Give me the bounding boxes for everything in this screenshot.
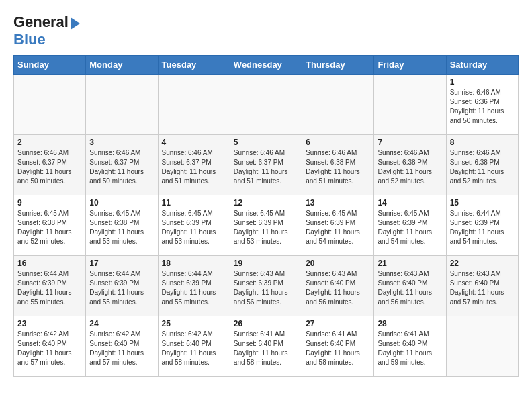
day-number: 20	[306, 259, 370, 268]
calendar-day: 22Sunrise: 6:43 AM Sunset: 6:40 PM Dayli…	[446, 256, 518, 316]
day-info: Sunrise: 6:45 AM Sunset: 6:39 PM Dayligh…	[378, 209, 442, 246]
calendar-day: 1Sunrise: 6:46 AM Sunset: 6:36 PM Daylig…	[446, 75, 518, 135]
weekday-header-saturday: Saturday	[446, 56, 518, 75]
calendar-week-2: 2Sunrise: 6:46 AM Sunset: 6:37 PM Daylig…	[14, 135, 519, 195]
day-info: Sunrise: 6:45 AM Sunset: 6:39 PM Dayligh…	[234, 209, 298, 246]
calendar-day: 21Sunrise: 6:43 AM Sunset: 6:40 PM Dayli…	[374, 256, 446, 316]
weekday-header-sunday: Sunday	[14, 56, 86, 75]
day-number: 5	[234, 138, 298, 147]
calendar-day	[302, 75, 374, 135]
day-info: Sunrise: 6:44 AM Sunset: 6:39 PM Dayligh…	[162, 269, 226, 307]
weekday-header-thursday: Thursday	[302, 56, 374, 75]
calendar-day: 27Sunrise: 6:41 AM Sunset: 6:40 PM Dayli…	[302, 316, 374, 377]
day-number: 4	[162, 138, 226, 147]
calendar-day: 13Sunrise: 6:45 AM Sunset: 6:39 PM Dayli…	[302, 195, 374, 256]
day-info: Sunrise: 6:45 AM Sunset: 6:38 PM Dayligh…	[89, 209, 154, 246]
calendar-day: 10Sunrise: 6:45 AM Sunset: 6:38 PM Dayli…	[86, 195, 158, 256]
calendar-day: 15Sunrise: 6:44 AM Sunset: 6:39 PM Dayli…	[446, 195, 518, 256]
day-info: Sunrise: 6:41 AM Sunset: 6:40 PM Dayligh…	[306, 330, 370, 367]
day-number: 21	[378, 259, 442, 268]
day-info: Sunrise: 6:42 AM Sunset: 6:40 PM Dayligh…	[89, 330, 154, 367]
day-info: Sunrise: 6:46 AM Sunset: 6:37 PM Dayligh…	[162, 148, 226, 186]
day-number: 19	[234, 259, 298, 268]
calendar-day	[86, 75, 158, 135]
day-info: Sunrise: 6:46 AM Sunset: 6:38 PM Dayligh…	[378, 148, 442, 186]
day-info: Sunrise: 6:46 AM Sunset: 6:38 PM Dayligh…	[306, 148, 370, 186]
calendar-day: 7Sunrise: 6:46 AM Sunset: 6:38 PM Daylig…	[374, 135, 446, 195]
day-number: 26	[234, 319, 298, 328]
calendar-week-4: 16Sunrise: 6:44 AM Sunset: 6:39 PM Dayli…	[14, 256, 519, 316]
calendar-week-1: 1Sunrise: 6:46 AM Sunset: 6:36 PM Daylig…	[14, 75, 519, 135]
day-number: 8	[450, 138, 515, 147]
day-number: 10	[89, 198, 154, 208]
day-info: Sunrise: 6:43 AM Sunset: 6:39 PM Dayligh…	[234, 269, 298, 307]
calendar-day: 14Sunrise: 6:45 AM Sunset: 6:39 PM Dayli…	[374, 195, 446, 256]
calendar-day: 23Sunrise: 6:42 AM Sunset: 6:40 PM Dayli…	[14, 316, 86, 377]
calendar-day: 17Sunrise: 6:44 AM Sunset: 6:39 PM Dayli…	[86, 256, 158, 316]
page-header: General Blue	[13, 13, 519, 48]
day-info: Sunrise: 6:41 AM Sunset: 6:40 PM Dayligh…	[378, 330, 442, 367]
day-info: Sunrise: 6:43 AM Sunset: 6:40 PM Dayligh…	[378, 269, 442, 307]
day-number: 13	[306, 198, 370, 208]
calendar-week-5: 23Sunrise: 6:42 AM Sunset: 6:40 PM Dayli…	[14, 316, 519, 377]
logo-text: General Blue	[13, 13, 80, 48]
weekday-header-wednesday: Wednesday	[230, 56, 302, 75]
day-number: 15	[450, 198, 515, 208]
day-info: Sunrise: 6:44 AM Sunset: 6:39 PM Dayligh…	[450, 209, 515, 246]
day-info: Sunrise: 6:43 AM Sunset: 6:40 PM Dayligh…	[450, 269, 515, 307]
day-info: Sunrise: 6:41 AM Sunset: 6:40 PM Dayligh…	[234, 330, 298, 367]
calendar-day: 3Sunrise: 6:46 AM Sunset: 6:37 PM Daylig…	[86, 135, 158, 195]
day-number: 25	[162, 319, 226, 328]
day-info: Sunrise: 6:44 AM Sunset: 6:39 PM Dayligh…	[17, 269, 82, 307]
calendar-day: 19Sunrise: 6:43 AM Sunset: 6:39 PM Dayli…	[230, 256, 302, 316]
day-info: Sunrise: 6:46 AM Sunset: 6:37 PM Dayligh…	[89, 148, 154, 186]
day-info: Sunrise: 6:42 AM Sunset: 6:40 PM Dayligh…	[17, 330, 82, 367]
calendar-header-row: SundayMondayTuesdayWednesdayThursdayFrid…	[14, 56, 519, 75]
calendar-day: 6Sunrise: 6:46 AM Sunset: 6:38 PM Daylig…	[302, 135, 374, 195]
calendar-table: SundayMondayTuesdayWednesdayThursdayFrid…	[13, 55, 519, 377]
calendar-day: 24Sunrise: 6:42 AM Sunset: 6:40 PM Dayli…	[86, 316, 158, 377]
day-number: 18	[162, 259, 226, 268]
day-number: 17	[89, 259, 154, 268]
calendar-day: 9Sunrise: 6:45 AM Sunset: 6:38 PM Daylig…	[14, 195, 86, 256]
day-number: 11	[162, 198, 226, 208]
weekday-header-tuesday: Tuesday	[158, 56, 230, 75]
calendar-day: 18Sunrise: 6:44 AM Sunset: 6:39 PM Dayli…	[158, 256, 230, 316]
day-info: Sunrise: 6:44 AM Sunset: 6:39 PM Dayligh…	[89, 269, 154, 307]
calendar-day: 11Sunrise: 6:45 AM Sunset: 6:39 PM Dayli…	[158, 195, 230, 256]
day-info: Sunrise: 6:46 AM Sunset: 6:38 PM Dayligh…	[450, 148, 515, 186]
calendar-day: 25Sunrise: 6:42 AM Sunset: 6:40 PM Dayli…	[158, 316, 230, 377]
day-number: 22	[450, 259, 515, 268]
calendar-day: 8Sunrise: 6:46 AM Sunset: 6:38 PM Daylig…	[446, 135, 518, 195]
calendar-day	[158, 75, 230, 135]
weekday-header-monday: Monday	[86, 56, 158, 75]
calendar-day: 20Sunrise: 6:43 AM Sunset: 6:40 PM Dayli…	[302, 256, 374, 316]
calendar-day	[230, 75, 302, 135]
day-number: 28	[378, 319, 442, 328]
calendar-day: 12Sunrise: 6:45 AM Sunset: 6:39 PM Dayli…	[230, 195, 302, 256]
calendar-day	[374, 75, 446, 135]
calendar-day: 5Sunrise: 6:46 AM Sunset: 6:37 PM Daylig…	[230, 135, 302, 195]
day-number: 9	[17, 198, 82, 208]
calendar-day	[446, 316, 518, 377]
calendar-day: 4Sunrise: 6:46 AM Sunset: 6:37 PM Daylig…	[158, 135, 230, 195]
calendar-day: 16Sunrise: 6:44 AM Sunset: 6:39 PM Dayli…	[14, 256, 86, 316]
day-info: Sunrise: 6:42 AM Sunset: 6:40 PM Dayligh…	[162, 330, 226, 367]
calendar-day: 28Sunrise: 6:41 AM Sunset: 6:40 PM Dayli…	[374, 316, 446, 377]
logo: General Blue	[13, 13, 80, 48]
day-number: 6	[306, 138, 370, 147]
day-info: Sunrise: 6:45 AM Sunset: 6:39 PM Dayligh…	[306, 209, 370, 246]
day-info: Sunrise: 6:43 AM Sunset: 6:40 PM Dayligh…	[306, 269, 370, 307]
day-info: Sunrise: 6:45 AM Sunset: 6:38 PM Dayligh…	[17, 209, 82, 246]
day-number: 2	[17, 138, 82, 147]
day-number: 1	[450, 77, 515, 87]
logo-arrow-icon	[71, 17, 80, 30]
day-number: 7	[378, 138, 442, 147]
calendar-week-3: 9Sunrise: 6:45 AM Sunset: 6:38 PM Daylig…	[14, 195, 519, 256]
logo-general: General	[13, 13, 69, 31]
day-number: 14	[378, 198, 442, 208]
day-info: Sunrise: 6:46 AM Sunset: 6:37 PM Dayligh…	[17, 148, 82, 186]
logo-blue: Blue	[13, 31, 80, 48]
calendar-day: 26Sunrise: 6:41 AM Sunset: 6:40 PM Dayli…	[230, 316, 302, 377]
weekday-header-friday: Friday	[374, 56, 446, 75]
